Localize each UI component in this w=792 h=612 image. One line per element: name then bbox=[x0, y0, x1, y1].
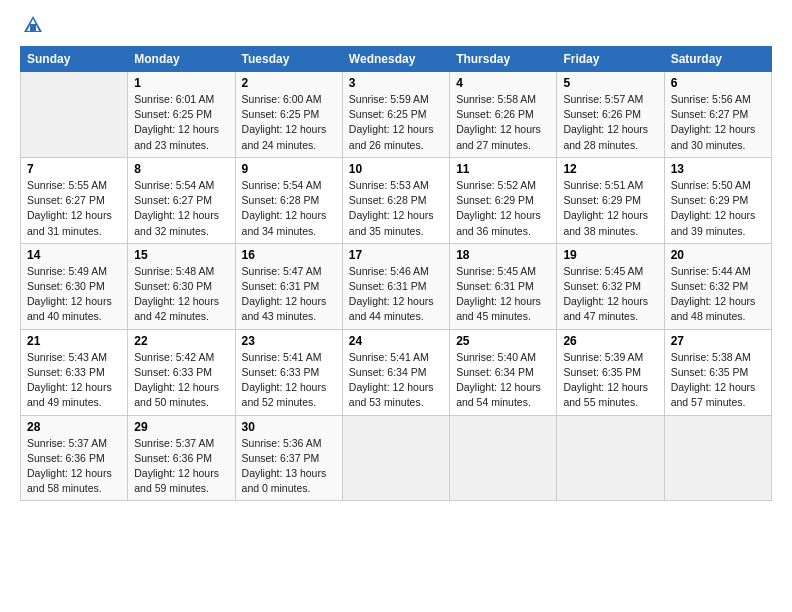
day-cell: 29Sunrise: 5:37 AMSunset: 6:36 PMDayligh… bbox=[128, 415, 235, 501]
day-cell: 9Sunrise: 5:54 AMSunset: 6:28 PMDaylight… bbox=[235, 157, 342, 243]
cell-line: and 39 minutes. bbox=[671, 224, 765, 239]
day-cell bbox=[557, 415, 664, 501]
cell-line: Sunset: 6:25 PM bbox=[242, 107, 336, 122]
day-cell: 16Sunrise: 5:47 AMSunset: 6:31 PMDayligh… bbox=[235, 243, 342, 329]
col-header-friday: Friday bbox=[557, 47, 664, 72]
cell-line: Sunrise: 5:48 AM bbox=[134, 264, 228, 279]
day-cell: 11Sunrise: 5:52 AMSunset: 6:29 PMDayligh… bbox=[450, 157, 557, 243]
cell-line: and 35 minutes. bbox=[349, 224, 443, 239]
cell-line: and 30 minutes. bbox=[671, 138, 765, 153]
day-number: 10 bbox=[349, 162, 443, 176]
col-header-sunday: Sunday bbox=[21, 47, 128, 72]
header bbox=[20, 18, 772, 36]
cell-line: and 48 minutes. bbox=[671, 309, 765, 324]
cell-line: Sunset: 6:25 PM bbox=[349, 107, 443, 122]
day-number: 1 bbox=[134, 76, 228, 90]
day-number: 8 bbox=[134, 162, 228, 176]
cell-line: and 54 minutes. bbox=[456, 395, 550, 410]
page: SundayMondayTuesdayWednesdayThursdayFrid… bbox=[0, 0, 792, 511]
day-cell: 25Sunrise: 5:40 AMSunset: 6:34 PMDayligh… bbox=[450, 329, 557, 415]
day-number: 15 bbox=[134, 248, 228, 262]
day-number: 7 bbox=[27, 162, 121, 176]
cell-line: and 42 minutes. bbox=[134, 309, 228, 324]
cell-line: Daylight: 12 hours bbox=[134, 294, 228, 309]
cell-line: Sunset: 6:27 PM bbox=[27, 193, 121, 208]
day-number: 21 bbox=[27, 334, 121, 348]
cell-line: Sunrise: 5:42 AM bbox=[134, 350, 228, 365]
day-number: 9 bbox=[242, 162, 336, 176]
cell-line: Sunset: 6:30 PM bbox=[134, 279, 228, 294]
day-cell: 12Sunrise: 5:51 AMSunset: 6:29 PMDayligh… bbox=[557, 157, 664, 243]
week-row-3: 14Sunrise: 5:49 AMSunset: 6:30 PMDayligh… bbox=[21, 243, 772, 329]
cell-line: Sunrise: 5:41 AM bbox=[349, 350, 443, 365]
cell-line: Daylight: 12 hours bbox=[27, 208, 121, 223]
cell-line: Sunset: 6:33 PM bbox=[242, 365, 336, 380]
day-cell: 3Sunrise: 5:59 AMSunset: 6:25 PMDaylight… bbox=[342, 72, 449, 158]
cell-line: Sunrise: 5:56 AM bbox=[671, 92, 765, 107]
cell-line: Daylight: 12 hours bbox=[27, 380, 121, 395]
cell-line: Sunset: 6:31 PM bbox=[242, 279, 336, 294]
day-cell: 5Sunrise: 5:57 AMSunset: 6:26 PMDaylight… bbox=[557, 72, 664, 158]
cell-line: and 52 minutes. bbox=[242, 395, 336, 410]
cell-line: Sunrise: 5:39 AM bbox=[563, 350, 657, 365]
cell-line: Daylight: 12 hours bbox=[349, 294, 443, 309]
cell-line: Daylight: 12 hours bbox=[456, 122, 550, 137]
day-cell: 24Sunrise: 5:41 AMSunset: 6:34 PMDayligh… bbox=[342, 329, 449, 415]
day-cell: 10Sunrise: 5:53 AMSunset: 6:28 PMDayligh… bbox=[342, 157, 449, 243]
cell-line: Daylight: 12 hours bbox=[671, 380, 765, 395]
day-number: 19 bbox=[563, 248, 657, 262]
day-number: 5 bbox=[563, 76, 657, 90]
cell-line: Sunset: 6:37 PM bbox=[242, 451, 336, 466]
cell-line: Sunrise: 5:44 AM bbox=[671, 264, 765, 279]
logo bbox=[20, 18, 44, 36]
day-cell bbox=[342, 415, 449, 501]
day-cell bbox=[21, 72, 128, 158]
col-header-tuesday: Tuesday bbox=[235, 47, 342, 72]
day-number: 11 bbox=[456, 162, 550, 176]
header-row: SundayMondayTuesdayWednesdayThursdayFrid… bbox=[21, 47, 772, 72]
cell-line: and 40 minutes. bbox=[27, 309, 121, 324]
day-number: 27 bbox=[671, 334, 765, 348]
day-cell: 6Sunrise: 5:56 AMSunset: 6:27 PMDaylight… bbox=[664, 72, 771, 158]
cell-line: Daylight: 12 hours bbox=[671, 122, 765, 137]
col-header-monday: Monday bbox=[128, 47, 235, 72]
cell-line: Sunrise: 5:37 AM bbox=[134, 436, 228, 451]
cell-line: Sunset: 6:34 PM bbox=[456, 365, 550, 380]
cell-line: Sunrise: 5:45 AM bbox=[456, 264, 550, 279]
day-number: 2 bbox=[242, 76, 336, 90]
day-number: 18 bbox=[456, 248, 550, 262]
cell-line: and 45 minutes. bbox=[456, 309, 550, 324]
cell-line: Daylight: 12 hours bbox=[349, 208, 443, 223]
week-row-4: 21Sunrise: 5:43 AMSunset: 6:33 PMDayligh… bbox=[21, 329, 772, 415]
cell-line: and 0 minutes. bbox=[242, 481, 336, 496]
cell-line: Sunrise: 5:36 AM bbox=[242, 436, 336, 451]
cell-line: Sunset: 6:35 PM bbox=[563, 365, 657, 380]
cell-line: Sunrise: 5:41 AM bbox=[242, 350, 336, 365]
cell-line: and 23 minutes. bbox=[134, 138, 228, 153]
day-cell: 21Sunrise: 5:43 AMSunset: 6:33 PMDayligh… bbox=[21, 329, 128, 415]
day-number: 17 bbox=[349, 248, 443, 262]
cell-line: Daylight: 12 hours bbox=[242, 380, 336, 395]
day-cell: 28Sunrise: 5:37 AMSunset: 6:36 PMDayligh… bbox=[21, 415, 128, 501]
day-cell: 2Sunrise: 6:00 AMSunset: 6:25 PMDaylight… bbox=[235, 72, 342, 158]
day-number: 23 bbox=[242, 334, 336, 348]
svg-rect-2 bbox=[30, 24, 36, 31]
day-number: 22 bbox=[134, 334, 228, 348]
cell-line: Daylight: 13 hours bbox=[242, 466, 336, 481]
cell-line: Sunrise: 5:46 AM bbox=[349, 264, 443, 279]
cell-line: Daylight: 12 hours bbox=[134, 380, 228, 395]
cell-line: Sunset: 6:35 PM bbox=[671, 365, 765, 380]
day-cell: 8Sunrise: 5:54 AMSunset: 6:27 PMDaylight… bbox=[128, 157, 235, 243]
cell-line: Sunrise: 6:00 AM bbox=[242, 92, 336, 107]
day-number: 13 bbox=[671, 162, 765, 176]
cell-line: Sunrise: 5:43 AM bbox=[27, 350, 121, 365]
logo-icon bbox=[22, 14, 44, 36]
day-number: 24 bbox=[349, 334, 443, 348]
day-number: 12 bbox=[563, 162, 657, 176]
cell-line: and 50 minutes. bbox=[134, 395, 228, 410]
cell-line: Sunset: 6:36 PM bbox=[27, 451, 121, 466]
cell-line: Daylight: 12 hours bbox=[27, 294, 121, 309]
col-header-saturday: Saturday bbox=[664, 47, 771, 72]
day-cell: 22Sunrise: 5:42 AMSunset: 6:33 PMDayligh… bbox=[128, 329, 235, 415]
cell-line: Daylight: 12 hours bbox=[563, 294, 657, 309]
